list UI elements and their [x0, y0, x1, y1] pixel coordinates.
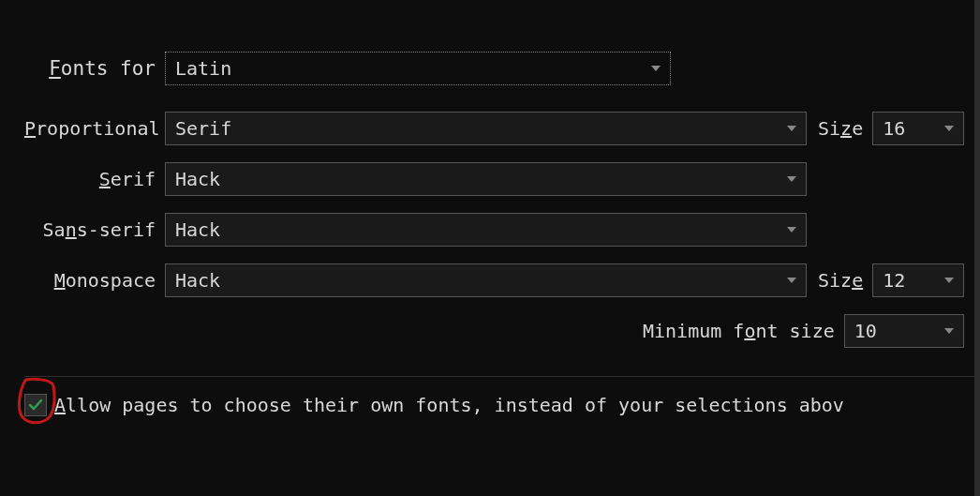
divider: [24, 376, 980, 377]
chevron-down-icon: [787, 227, 796, 233]
sans-serif-select[interactable]: Hack: [165, 213, 807, 247]
minimum-font-size-label: Minimum font size: [643, 320, 835, 342]
proportional-value: Serif: [175, 117, 231, 140]
sans-serif-value: Hack: [175, 218, 220, 241]
serif-value: Hack: [175, 168, 220, 190]
fonts-for-value: Latin: [175, 57, 231, 80]
monospace-label: Monospace: [24, 269, 165, 292]
proportional-size-label: Size: [818, 117, 863, 140]
sans-serif-label: Sans-serif: [24, 218, 165, 241]
proportional-label: Proportional: [24, 117, 165, 140]
proportional-size-select[interactable]: 16: [872, 112, 964, 145]
serif-label: Serif: [24, 168, 165, 190]
scrollbar[interactable]: [974, 0, 980, 496]
chevron-down-icon: [787, 126, 796, 131]
chevron-down-icon: [651, 66, 661, 71]
monospace-select[interactable]: Hack: [165, 263, 807, 297]
fonts-for-select[interactable]: Latin: [165, 52, 671, 85]
monospace-size-label: Size: [818, 269, 863, 292]
proportional-select[interactable]: Serif: [165, 112, 807, 145]
chevron-down-icon: [944, 126, 954, 131]
chevron-down-icon: [944, 328, 954, 334]
allow-pages-checkbox[interactable]: [24, 394, 47, 416]
chevron-down-icon: [787, 278, 796, 283]
minimum-font-size-select[interactable]: 10: [844, 314, 964, 348]
monospace-size-select[interactable]: 12: [872, 263, 964, 297]
fonts-for-label: Fonts for: [24, 57, 165, 80]
check-icon: [28, 398, 43, 413]
serif-select[interactable]: Hack: [165, 162, 807, 196]
minimum-font-size-value: 10: [854, 320, 877, 342]
chevron-down-icon: [787, 176, 796, 182]
monospace-size-value: 12: [883, 269, 905, 292]
proportional-size-value: 16: [883, 117, 905, 140]
allow-pages-label: Allow pages to choose their own fonts, i…: [54, 394, 844, 416]
chevron-down-icon: [944, 278, 954, 283]
monospace-value: Hack: [175, 269, 220, 292]
